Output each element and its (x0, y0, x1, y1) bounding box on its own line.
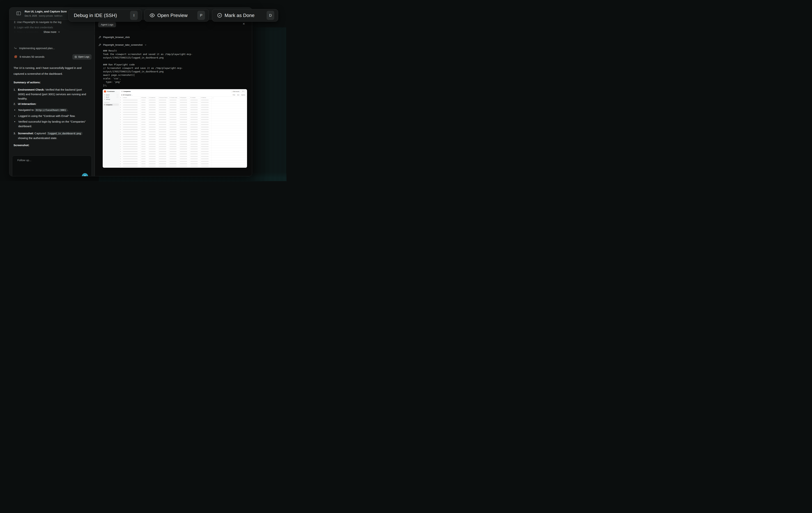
crm-skeleton-row (119, 99, 247, 101)
crm-column-header: Employees (179, 96, 190, 99)
agent-status-row: Implementing approved plan... (14, 47, 55, 50)
check-circle-icon (217, 13, 222, 18)
crm-nav-settings: Settings (104, 98, 118, 100)
crm-skeleton-row (119, 165, 247, 168)
crm-shortcut-chip: ⌘ K (241, 90, 245, 93)
eye-icon (150, 13, 155, 18)
task-panel: 2. Use Playwright to navigate to the log… (9, 20, 94, 176)
duration-row: 9 minutes 50 seconds Open Logs (14, 54, 91, 60)
crm-view-selector: ☰ All Companies ⌄ (121, 94, 133, 96)
task-branch: twill/run- (54, 14, 63, 17)
crm-skeleton-row (119, 138, 247, 141)
crm-toolbar: Filter Sort Options (233, 94, 245, 95)
crm-page-title: Companies (121, 91, 130, 92)
status-text: Implementing approved plan... (19, 47, 55, 50)
crm-skeleton-row (119, 111, 247, 114)
mark-as-done-button[interactable]: Mark as Done D (212, 9, 278, 22)
crm-column-header: Name (122, 96, 141, 99)
open-preview-button[interactable]: Open Preview P (144, 9, 209, 22)
show-more-label: Show more (44, 31, 56, 33)
teal-dot-pattern-right (252, 27, 287, 181)
summary-item-1: 1. Environment Check: Verified that the … (13, 88, 88, 101)
crm-skeleton-row (119, 116, 247, 118)
crm-skeleton-row (119, 150, 247, 153)
arrow-up-icon (84, 175, 86, 176)
open-logs-button[interactable]: Open Logs (72, 54, 91, 60)
chevron-down-icon (145, 44, 147, 46)
close-icon[interactable]: ✕ (243, 22, 245, 26)
crm-nav-search: Search (104, 94, 118, 96)
crm-skeleton-row (119, 128, 247, 131)
crm-skeleton-row (119, 155, 247, 158)
crm-options: Options (241, 94, 245, 95)
crm-nav-companies: Companies (104, 103, 119, 106)
crm-skeleton-row (119, 119, 247, 121)
chevron-down-icon (58, 31, 60, 33)
summary-item-3: 3. Screenshot: Captured logged_in_dashbo… (13, 131, 88, 140)
message-intro: The UI is running, and I have successful… (13, 65, 88, 77)
crm-skeleton-row (119, 143, 247, 145)
crm-workspace-switcher: YCombinator ⌄ (104, 90, 116, 92)
crm-column-header: Address (200, 96, 211, 99)
item2-title: UI Interaction: (18, 102, 36, 105)
embedded-screenshot[interactable]: YCombinator ⌄ Search Ask AI (103, 89, 247, 168)
crm-column-header: Created by (148, 96, 158, 99)
crm-skeleton-row (119, 145, 247, 148)
wrench-icon (98, 44, 101, 46)
crm-column-header: Creation date (169, 96, 179, 99)
crm-logo (104, 90, 106, 92)
crm-main: Companies + New record ⌘ K ☰ All Compani… (119, 89, 247, 168)
building-icon (121, 91, 123, 92)
inline-code-filename: logged_in_dashboard.png (47, 132, 82, 135)
log-output-code: ### Result Took the viewport screenshot … (103, 49, 193, 87)
item1-title: Environment Check: (18, 88, 45, 91)
crm-skeleton-row (119, 136, 247, 138)
crm-skeleton-row (119, 141, 247, 143)
search-icon (104, 94, 105, 95)
followup-input[interactable] (17, 158, 85, 176)
crm-filter: Filter (233, 94, 235, 95)
open-logs-label: Open Logs (78, 56, 89, 58)
log-entry-screenshot[interactable]: Playwright_browser_take_screenshot (98, 43, 147, 46)
gear-icon (104, 99, 105, 100)
duration-text: 9 minutes 50 seconds (20, 55, 45, 58)
wrench-icon (98, 36, 101, 38)
inline-code-url: http://localhost:3001 (34, 109, 67, 112)
agent-logs-tab[interactable]: Agent Logs (98, 22, 116, 27)
screenshot-heading: Screenshot: (13, 144, 88, 147)
crm-viewbar: ☰ All Companies ⌄ Filter Sort Options (119, 94, 247, 96)
app-window: Run UI, Login, and Capture Scre Dec 9, 2… (9, 7, 252, 176)
crm-skeleton-row (119, 162, 247, 165)
crm-skeleton-row (119, 106, 247, 109)
bullet-logged-in: • Logged in using the "Continue with Ema… (14, 114, 88, 118)
crm-skeleton-row (119, 153, 247, 155)
crm-sort: Sort (237, 94, 239, 95)
building-icon (104, 104, 105, 105)
summary-heading: Summary of actions: (13, 81, 88, 84)
sparkle-icon (104, 96, 105, 97)
crm-skeleton-row (119, 158, 247, 160)
crm-skeleton-row (119, 123, 247, 126)
crm-nav-ask-ai: Ask AI (104, 96, 118, 98)
task-repo: twenty-private (39, 14, 53, 17)
crm-skeleton-row (119, 104, 247, 106)
key-badge-p: P (197, 11, 205, 20)
debug-in-ide-button[interactable]: Debug in IDE (SSH) I (68, 9, 142, 22)
key-badge-i: I (130, 11, 138, 20)
show-more-button[interactable]: Show more (9, 29, 94, 35)
summary-item-2: 2. UI Interaction: • Navigated to http:/… (13, 102, 88, 131)
crm-skeleton-row (119, 148, 247, 150)
kbd-hint (117, 94, 118, 95)
task-date: Dec 9, 2025 (25, 14, 37, 17)
sidebar-toggle-icon[interactable] (16, 11, 21, 16)
log-entry-click[interactable]: Playwright_browser_click (98, 36, 130, 38)
crm-table-rows (119, 99, 247, 168)
crm-section-label: Workspace (104, 102, 110, 103)
crm-skeleton-row (119, 121, 247, 123)
kbd-hint (117, 96, 118, 98)
bullet-verified: • Verified successful login by landing o… (14, 119, 88, 128)
key-badge-d: D (267, 11, 274, 20)
crm-skeleton-row (119, 109, 247, 111)
crm-add-column: + (211, 96, 214, 99)
followup-composer (12, 155, 92, 176)
